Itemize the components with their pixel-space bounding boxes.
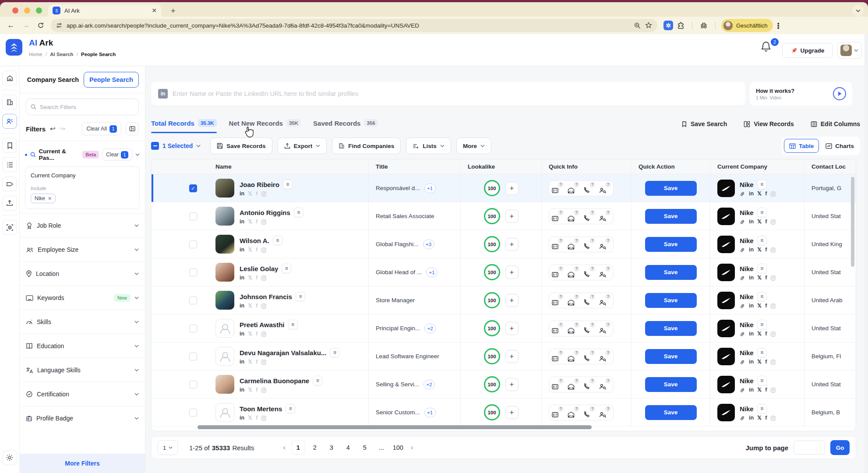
tags-nav-button[interactable] (2, 176, 17, 191)
notifications-button[interactable]: 2 (760, 41, 778, 58)
vertical-scrollbar[interactable] (851, 177, 854, 267)
charts-view-button[interactable]: Charts (822, 139, 858, 153)
forward-button[interactable]: → (18, 21, 33, 30)
company-name[interactable]: Nike (740, 405, 754, 413)
lookup-contact-button[interactable]: ? (599, 351, 610, 362)
reveal-work-email-button[interactable]: ? (552, 407, 563, 418)
export-button[interactable]: Export (278, 138, 327, 154)
company-name[interactable]: Nike (740, 181, 754, 188)
title-more-chip[interactable]: +1 (424, 408, 436, 417)
x-icon[interactable]: 𝕏 (757, 387, 762, 393)
lookup-contact-button[interactable]: ? (599, 267, 610, 278)
play-video-button[interactable] (833, 87, 846, 100)
facebook-icon[interactable]: f (256, 219, 258, 225)
save-button[interactable]: Save (645, 377, 697, 392)
redo-icon[interactable]: ↪ (60, 125, 66, 133)
facebook-icon[interactable]: f (765, 387, 767, 393)
reveal-personal-email-button[interactable]: ? (568, 295, 579, 306)
linkedin-icon[interactable]: in (749, 303, 754, 309)
user-menu[interactable] (837, 42, 862, 59)
save-button[interactable]: Save (645, 237, 697, 252)
table-row[interactable]: Toon Mertens ≡ in 𝕏 f Senior Custom... +… (152, 399, 856, 427)
x-icon[interactable]: 𝕏 (248, 219, 252, 225)
save-button[interactable]: Save (645, 321, 697, 336)
instagram-icon[interactable] (261, 304, 266, 309)
linkedin-icon[interactable]: in (749, 191, 754, 197)
reveal-personal-email-button[interactable]: ? (568, 351, 579, 362)
x-icon[interactable]: 𝕏 (757, 415, 762, 421)
instagram-icon[interactable] (261, 275, 266, 281)
url-text[interactable]: app.ai-ark.com/search/people?include_cur… (67, 22, 630, 29)
breadcrumb-home[interactable]: Home (29, 52, 42, 57)
title-more-chip[interactable]: +1 (426, 268, 438, 277)
instagram-icon[interactable] (261, 219, 266, 225)
save-button[interactable]: Save (645, 181, 697, 196)
row-checkbox[interactable] (189, 409, 197, 417)
reveal-work-email-button[interactable]: ? (552, 267, 563, 278)
browser-profile-chip[interactable]: Geschäftlich (721, 19, 773, 32)
add-lookalike-button[interactable]: + (505, 322, 519, 335)
website-link-icon[interactable] (740, 219, 745, 225)
x-icon[interactable]: 𝕏 (757, 275, 762, 281)
extension-icon[interactable]: ✲ (663, 21, 673, 30)
website-link-icon[interactable] (740, 415, 745, 421)
reveal-personal-email-button[interactable]: ? (568, 379, 579, 390)
facebook-icon[interactable]: f (256, 303, 258, 309)
save-button[interactable]: Save (645, 293, 697, 308)
instagram-icon[interactable] (770, 388, 776, 393)
company-name[interactable]: Nike (740, 237, 754, 244)
x-icon[interactable]: 𝕏 (757, 303, 762, 309)
website-link-icon[interactable] (740, 191, 745, 197)
x-icon[interactable]: 𝕏 (757, 191, 762, 197)
linkedin-icon[interactable]: in (749, 219, 754, 225)
page-number[interactable]: 5 (358, 441, 371, 454)
instagram-icon[interactable] (770, 275, 776, 281)
back-button[interactable]: ← (4, 21, 18, 30)
instagram-icon[interactable] (261, 388, 266, 393)
row-checkbox[interactable] (189, 381, 197, 388)
x-icon[interactable]: 𝕏 (757, 247, 762, 253)
filter-item-education[interactable]: Education (20, 334, 145, 358)
notes-icon[interactable]: ≡ (757, 264, 767, 273)
linkedin-icon[interactable]: in (240, 219, 244, 225)
enrichment-nav-button[interactable] (2, 220, 17, 235)
linkedin-icon[interactable]: in (240, 191, 244, 197)
x-icon[interactable]: 𝕏 (248, 247, 252, 253)
person-name[interactable]: Johnson Francis (240, 293, 292, 300)
active-filter-section-header[interactable]: Current & Pas... Beta Clear 1 (20, 141, 145, 166)
person-name[interactable]: Preeti Awasthi (240, 321, 285, 328)
find-companies-button[interactable]: Find Companies (332, 138, 401, 154)
notes-icon[interactable]: ≡ (282, 264, 291, 273)
profile-search-input[interactable] (173, 90, 738, 97)
reveal-phone-button[interactable]: ? (583, 211, 595, 222)
filter-item-skills[interactable]: Skills (20, 310, 145, 334)
reveal-phone-button[interactable]: ? (583, 407, 595, 418)
linkedin-icon[interactable]: in (749, 387, 754, 393)
extensions-puzzle-icon[interactable] (673, 22, 688, 29)
site-info-icon[interactable] (56, 22, 62, 28)
person-name[interactable]: Devu Nagarajan Valsalaku... (240, 349, 326, 357)
export-nav-button[interactable] (2, 196, 17, 211)
company-name[interactable]: Nike (740, 349, 754, 357)
reveal-phone-button[interactable]: ? (583, 323, 595, 334)
reveal-work-email-button[interactable]: ? (552, 379, 563, 390)
save-records-button[interactable]: Save Records (210, 138, 272, 154)
save-button[interactable]: Save (645, 209, 697, 224)
notes-icon[interactable]: ≡ (757, 320, 767, 329)
save-button[interactable]: Save (645, 349, 697, 364)
close-window-button[interactable] (12, 7, 18, 14)
add-lookalike-button[interactable]: + (505, 238, 519, 251)
notes-icon[interactable]: ≡ (757, 376, 767, 385)
notes-icon[interactable]: ≡ (273, 236, 282, 245)
upgrade-button[interactable]: Upgrade (782, 43, 833, 58)
notes-icon[interactable]: ≡ (288, 320, 298, 329)
instagram-icon[interactable] (770, 332, 776, 337)
facebook-icon[interactable]: f (256, 415, 258, 421)
row-checkbox[interactable]: ✓ (189, 184, 197, 192)
linkedin-icon[interactable]: in (749, 415, 754, 421)
reveal-personal-email-button[interactable]: ? (568, 183, 579, 194)
filter-item-certification[interactable]: Certification (20, 382, 145, 406)
company-name[interactable]: Nike (740, 321, 754, 328)
x-icon[interactable]: 𝕏 (248, 303, 252, 309)
title-more-chip[interactable]: +1 (424, 184, 436, 193)
